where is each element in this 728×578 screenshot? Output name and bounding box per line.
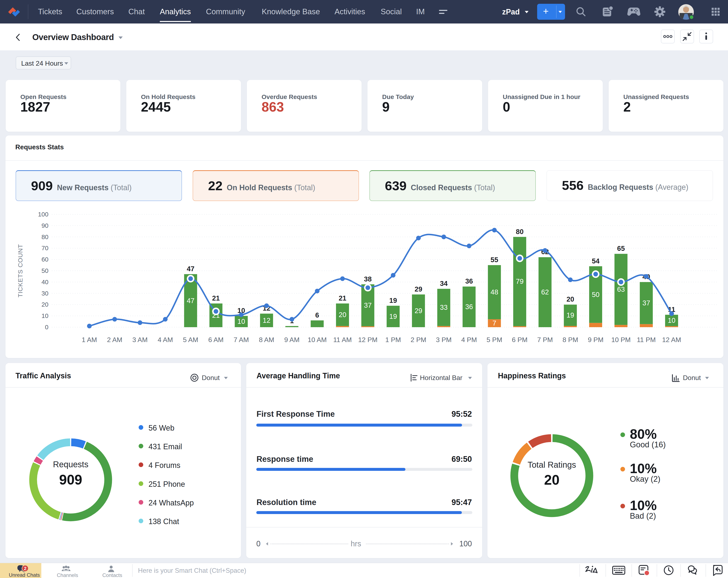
svg-text:8 PM: 8 PM [563, 336, 578, 344]
svg-text:10 AM: 10 AM [308, 336, 327, 344]
svg-text:50: 50 [592, 291, 600, 298]
svg-text:2 AM: 2 AM [107, 336, 122, 344]
svg-text:TICKETS COUNT: TICKETS COUNT [17, 244, 24, 297]
svg-text:12: 12 [263, 316, 270, 324]
svg-text:36: 36 [465, 277, 473, 285]
svg-text:70: 70 [42, 244, 48, 252]
svg-text:2: 2 [24, 566, 26, 571]
svg-text:1 AM: 1 AM [82, 336, 97, 344]
svg-text:90: 90 [42, 222, 48, 229]
svg-text:10: 10 [668, 316, 676, 324]
svg-text:54: 54 [592, 257, 600, 265]
svg-text:80: 80 [42, 233, 48, 240]
svg-text:3 PM: 3 PM [436, 336, 451, 344]
svg-text:38: 38 [364, 275, 372, 283]
svg-text:60: 60 [42, 256, 48, 263]
svg-text:36: 36 [465, 303, 473, 311]
svg-text:6 PM: 6 PM [512, 336, 528, 344]
svg-text:37: 37 [364, 301, 372, 309]
svg-text:10 PM: 10 PM [611, 336, 630, 344]
svg-text:29: 29 [415, 285, 422, 293]
svg-text:34: 34 [440, 280, 448, 287]
svg-text:37: 37 [643, 299, 650, 307]
svg-text:79: 79 [516, 278, 524, 285]
svg-text:20: 20 [567, 295, 574, 303]
svg-text:3 AM: 3 AM [132, 336, 148, 344]
svg-text:5 PM: 5 PM [487, 336, 502, 344]
svg-text:5 AM: 5 AM [183, 336, 198, 344]
svg-text:40: 40 [42, 279, 48, 285]
svg-text:55: 55 [491, 256, 498, 264]
svg-text:6: 6 [315, 311, 319, 319]
svg-text:1 PM: 1 PM [385, 336, 401, 344]
svg-text:19: 19 [389, 296, 397, 304]
svg-text:50: 50 [42, 267, 48, 274]
svg-text:21: 21 [339, 294, 346, 302]
svg-text:12 PM: 12 PM [358, 336, 377, 344]
svg-text:12 AM: 12 AM [662, 336, 681, 344]
svg-text:0: 0 [45, 323, 48, 331]
svg-text:7 AM: 7 AM [234, 336, 249, 344]
svg-text:20: 20 [339, 311, 346, 319]
svg-text:10: 10 [237, 317, 245, 325]
svg-text:100: 100 [38, 211, 48, 218]
svg-text:65: 65 [617, 244, 625, 252]
svg-text:33: 33 [440, 304, 448, 311]
svg-text:7 PM: 7 PM [537, 336, 553, 344]
svg-text:20: 20 [42, 301, 48, 308]
svg-text:63: 63 [617, 285, 625, 293]
svg-text:7: 7 [492, 319, 496, 327]
svg-text:2 PM: 2 PM [411, 336, 426, 344]
svg-text:21: 21 [212, 294, 220, 302]
svg-text:29: 29 [415, 307, 422, 315]
svg-text:4 PM: 4 PM [461, 336, 477, 344]
svg-text:19: 19 [389, 313, 397, 320]
svg-text:8 AM: 8 AM [259, 336, 274, 344]
svg-text:30: 30 [42, 290, 48, 297]
svg-text:48: 48 [491, 288, 498, 296]
svg-text:11 PM: 11 PM [637, 336, 656, 344]
svg-text:10: 10 [42, 312, 48, 319]
svg-text:80: 80 [516, 228, 524, 236]
svg-text:47: 47 [187, 265, 194, 273]
svg-text:62: 62 [541, 288, 549, 296]
svg-text:11 AM: 11 AM [333, 336, 352, 344]
svg-text:9 AM: 9 AM [284, 336, 300, 344]
svg-text:4 AM: 4 AM [158, 336, 173, 344]
svg-text:19: 19 [567, 311, 574, 319]
svg-text:9 PM: 9 PM [588, 336, 604, 344]
svg-text:6 AM: 6 AM [208, 336, 224, 344]
svg-text:47: 47 [187, 297, 194, 305]
